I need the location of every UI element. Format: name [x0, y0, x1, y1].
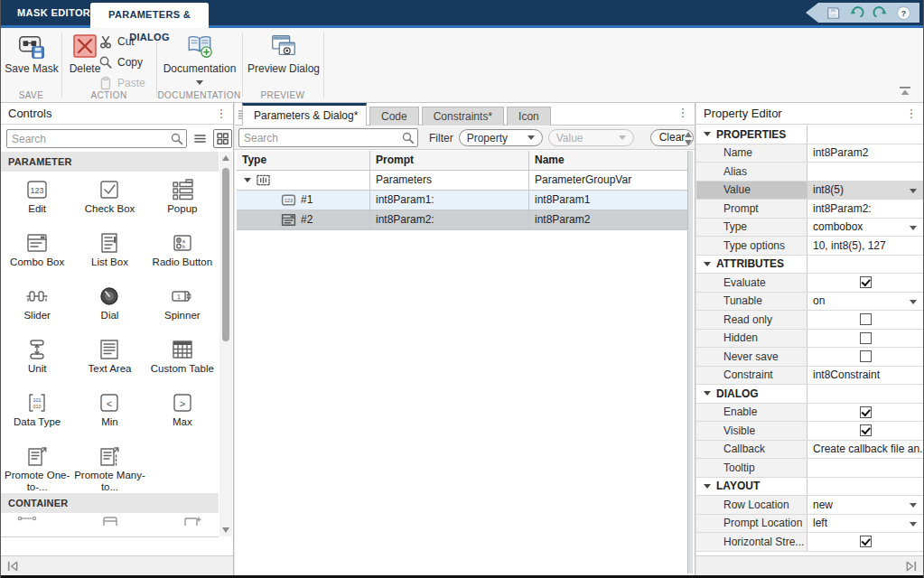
controls-search-box	[6, 129, 187, 148]
column-header-prompt[interactable]: Prompt	[370, 151, 529, 170]
table-row[interactable]: 123#1int8Param1:int8Param1	[237, 191, 687, 210]
documentation-label: Documentation	[160, 62, 239, 75]
control-label: Check Box	[73, 203, 145, 215]
visible-checkbox[interactable]	[860, 424, 872, 436]
list-view-button[interactable]	[191, 129, 210, 148]
tooltip-value-field[interactable]	[807, 459, 923, 477]
control-slider[interactable]: Slider	[1, 280, 73, 333]
copy-button[interactable]: Copy	[98, 53, 143, 71]
name-value-field[interactable]: int8Param2	[807, 144, 923, 163]
prompt-value-field[interactable]: int8Param2:	[807, 200, 923, 218]
collapse-toolstrip-icon[interactable]	[898, 86, 912, 97]
container-item-partial-icon	[182, 515, 202, 526]
property-label: Type	[696, 219, 807, 237]
control-promote-many-to[interactable]: Promote Many-to...	[73, 440, 145, 493]
control-edit[interactable]: 123Edit	[1, 173, 73, 227]
list-view-icon	[193, 132, 207, 145]
section-collapse-icon[interactable]	[704, 262, 711, 266]
section-header-parameter[interactable]: PARAMETER	[1, 152, 219, 172]
undo-icon[interactable]	[849, 5, 864, 21]
control-unit[interactable]: Unit	[1, 333, 73, 387]
callback-value-field[interactable]: Create callback file an...	[807, 441, 923, 459]
control-combo-box[interactable]: Combo Box	[1, 227, 73, 280]
svg-text:101: 101	[33, 397, 42, 403]
control-check-box[interactable]: Check Box	[73, 173, 145, 227]
prompt-location-dropdown[interactable]: left	[807, 515, 923, 533]
property-section-attributes[interactable]: ATTRIBUTES	[696, 256, 923, 275]
editor-tabbar: Parameters & Dialog*CodeConstraints*Icon…	[235, 103, 695, 126]
control-label: Data Type	[1, 416, 73, 428]
property-section-layout[interactable]: LAYOUT	[696, 478, 923, 497]
control-radio-button[interactable]: abRadio Button	[146, 227, 219, 280]
controls-vertical-scrollbar[interactable]	[219, 152, 232, 536]
tab-constraints[interactable]: Constraints*	[422, 107, 504, 126]
tab-code[interactable]: Code	[369, 107, 419, 126]
redo-icon[interactable]	[873, 5, 888, 21]
scroll-down-icon[interactable]	[219, 524, 232, 536]
save-mask-button[interactable]: Save Mask	[3, 32, 61, 75]
scroll-up-icon[interactable]	[219, 152, 232, 164]
tunable-dropdown[interactable]: on	[807, 293, 923, 311]
filter-property-dropdown[interactable]: Property	[459, 129, 543, 146]
section-header-container[interactable]: CONTAINER	[1, 493, 219, 513]
edit-control-icon: 123	[281, 193, 296, 207]
never-save-checkbox[interactable]	[860, 350, 872, 362]
section-collapse-icon[interactable]	[704, 484, 711, 489]
row-location-dropdown[interactable]: new	[807, 496, 923, 514]
control-max[interactable]: >Max	[146, 387, 219, 440]
controls-menu-icon[interactable]: ⋮	[215, 106, 228, 122]
collapse-right-panel-icon[interactable]	[905, 560, 918, 573]
editor-search-box	[238, 128, 418, 147]
preview-dialog-button[interactable]: Preview Dialog	[245, 32, 322, 75]
help-icon[interactable]: ?	[896, 5, 911, 21]
control-popup[interactable]: Popup	[146, 173, 219, 227]
tab-parameters-and-dialog[interactable]: PARAMETERS & DIALOG	[90, 3, 209, 28]
column-header-name[interactable]: Name	[529, 151, 687, 170]
save-icon[interactable]	[826, 5, 841, 21]
control-text-area[interactable]: Text Area	[73, 333, 145, 387]
scroll-up-icon[interactable]	[685, 132, 692, 137]
enable-checkbox[interactable]	[860, 406, 872, 418]
type-options-value-field[interactable]: 10, int8(5), 127	[807, 237, 923, 255]
column-header-type[interactable]: Type	[237, 151, 370, 170]
evaluate-checkbox[interactable]	[860, 276, 872, 288]
read-only-checkbox[interactable]	[860, 313, 872, 325]
editor-search-input[interactable]	[239, 129, 396, 146]
controls-search-input[interactable]	[7, 130, 164, 147]
control-dial[interactable]: Dial	[73, 280, 145, 333]
horizontal-stre-checkbox[interactable]	[860, 536, 872, 547]
editor-menu-icon[interactable]: ⋮	[677, 105, 689, 121]
control-data-type[interactable]: 101010Data Type	[1, 387, 73, 440]
collapse-left-panel-icon[interactable]	[6, 560, 19, 573]
control-list-box[interactable]: List Box	[73, 227, 145, 280]
control-custom-table[interactable]: Custom Table	[146, 333, 219, 387]
property-value	[807, 533, 923, 551]
control-min[interactable]: <Min	[73, 387, 145, 440]
property-section-dialog[interactable]: DIALOG	[696, 385, 923, 404]
constraint-value-field[interactable]: int8Constraint	[807, 367, 923, 385]
tab-icon[interactable]: Icon	[507, 107, 551, 126]
section-collapse-icon[interactable]	[704, 391, 711, 396]
tree-expand-icon[interactable]	[244, 178, 251, 182]
control-promote-one-to[interactable]: Promote One-to-...	[1, 440, 73, 493]
table-row[interactable]: ParametersParameterGroupVar	[237, 171, 687, 191]
tab-mask-editor[interactable]: MASK EDITOR	[17, 0, 90, 25]
scroll-down-icon[interactable]	[685, 140, 692, 145]
grid-view-button[interactable]	[213, 129, 232, 148]
section-label: LAYOUT	[716, 480, 760, 492]
chevron-down-icon	[910, 522, 917, 527]
hidden-checkbox[interactable]	[860, 332, 872, 344]
property-section-properties[interactable]: PROPERTIES	[696, 126, 923, 144]
control-spinner[interactable]: 1Spinner	[146, 280, 219, 333]
value-dropdown[interactable]: int8(5)	[807, 182, 923, 200]
table-row[interactable]: #2int8Param2:int8Param2	[237, 210, 687, 230]
documentation-button[interactable]: Documentation	[160, 32, 239, 88]
property-editor-menu-icon[interactable]: ⋮	[905, 106, 918, 122]
section-collapse-icon[interactable]	[704, 132, 711, 136]
type-dropdown[interactable]: combobox	[807, 219, 923, 237]
scrollbar-thumb[interactable]	[222, 168, 229, 341]
table-vertical-scrollbar[interactable]	[687, 151, 693, 573]
alias-value-field[interactable]	[807, 163, 923, 181]
property-label: Alias	[696, 163, 807, 181]
tab-parameters-dialog[interactable]: Parameters & Dialog*	[242, 103, 367, 126]
